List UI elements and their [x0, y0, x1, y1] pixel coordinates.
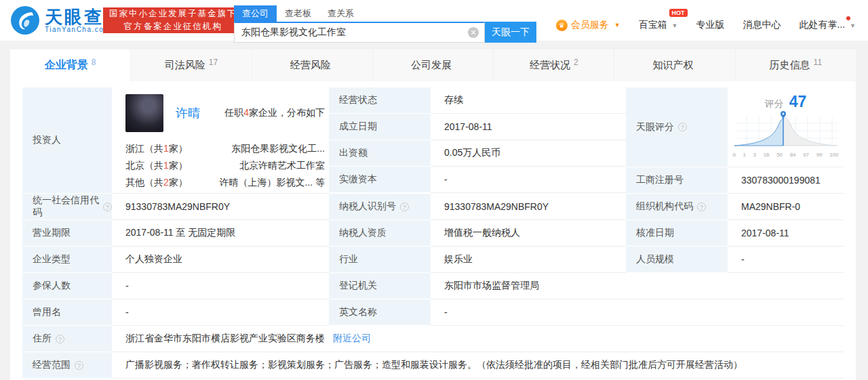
nav-message-center[interactable]: 消息中心	[743, 19, 781, 31]
nav-member-label: 会员服务	[571, 19, 609, 31]
region-text: 其他（共2家）	[125, 174, 188, 191]
search-button[interactable]: 天眼一下	[485, 22, 536, 43]
company-link[interactable]: 北京许晴艺术工作室	[239, 157, 325, 174]
field-value-industry: 娱乐业	[431, 247, 626, 273]
help-icon[interactable]: ?	[678, 123, 687, 131]
tab-company-background[interactable]: 企业背景 8	[10, 49, 131, 81]
tab-count: 11	[814, 58, 822, 67]
tab-label: 公司发展	[411, 59, 452, 72]
search-type-tabs: 查公司 查老板 查关系	[234, 5, 536, 22]
search-tab-relation[interactable]: 查关系	[319, 5, 362, 22]
investor-cell: 许晴 任职4家企业，分布如下 浙江（共1家） 东阳仓果影视文化工... 北京（共…	[112, 87, 329, 194]
field-value-org-code: MA29NBFR-0	[728, 194, 844, 220]
chevron-down-icon: ▼	[614, 22, 620, 28]
field-label-registration-number: 工商注册号	[626, 167, 728, 194]
investor-name-link[interactable]: 许晴	[176, 105, 200, 121]
investor-avatar[interactable]	[125, 94, 163, 132]
field-label-taxpayer-id: 纳税人识别号?	[329, 194, 431, 220]
search-tab-company[interactable]: 查公司	[234, 5, 277, 22]
field-value-former-name: -	[112, 299, 329, 326]
help-icon[interactable]: ?	[75, 361, 83, 370]
field-label-business-term: 营业期限	[22, 220, 112, 247]
field-label-org-code: 组织机构代码?	[626, 194, 728, 220]
chevron-down-icon: ▼	[850, 22, 856, 29]
field-label-establish-date: 成立日期	[329, 114, 431, 140]
help-icon[interactable]: ?	[400, 203, 409, 211]
section-tabbar: 企业背景 8 司法风险 17 经营风险 公司发展 经营状况 2 知识产权 历史信…	[10, 49, 856, 81]
tab-company-development[interactable]: 公司发展	[373, 49, 494, 81]
nav-member-services[interactable]: ♛ 会员服务 ▼	[556, 19, 620, 31]
field-label-address: 住所?	[22, 326, 112, 352]
nav-toolbox[interactable]: HOT 百宝箱 ▼	[639, 19, 678, 31]
tab-count: 2	[574, 58, 578, 67]
field-value-address: 浙江省金华市东阳市横店影视产业实验区商务楼 附近公司	[112, 326, 844, 352]
score-distribution-curve	[732, 111, 840, 152]
chevron-down-icon: ▼	[672, 22, 678, 29]
field-value-business-term: 2017-08-11 至 无固定期限	[112, 220, 329, 247]
hot-badge: HOT	[669, 9, 688, 17]
tab-label: 知识产权	[653, 59, 694, 72]
score-axis-ticks: 013 165084 9799100	[733, 152, 839, 158]
tab-judicial-risk[interactable]: 司法风险 17	[131, 49, 252, 81]
tab-operation-risk[interactable]: 经营风险	[252, 49, 373, 81]
tianyancha-logo[interactable]: 天眼查 TianYanCha.com	[11, 6, 111, 35]
nav-palm-app[interactable]: 此处有掌... ▼	[800, 19, 856, 31]
gov-badge-line1: 国家中小企业发展子基金旗下	[109, 7, 237, 20]
field-value-paid-capital: -	[431, 167, 626, 193]
tab-operation-status[interactable]: 经营状况 2	[494, 49, 614, 81]
field-value-credit-code: 91330783MA29NBFR0Y	[112, 194, 329, 220]
tab-history-info[interactable]: 历史信息 11	[736, 49, 856, 81]
field-value-establish-date: 2017-08-11	[431, 114, 626, 140]
field-value-registration-authority: 东阳市市场监督管理局	[431, 273, 844, 299]
help-icon[interactable]: ?	[697, 203, 706, 211]
company-detail-card: 企业背景 8 司法风险 17 经营风险 公司发展 经营状况 2 知识产权 历史信…	[10, 49, 856, 380]
nav-toolbox-label: 百宝箱	[639, 19, 667, 30]
top-header: 天眼查 TianYanCha.com 国家中小企业发展子基金旗下 官方备案企业征…	[0, 0, 868, 41]
nearby-companies-link[interactable]: 附近公司	[333, 333, 371, 345]
clear-search-icon[interactable]: ✕	[468, 27, 479, 38]
tab-count: 8	[92, 58, 96, 67]
company-link[interactable]: 东阳仓果影视文化工...	[231, 140, 325, 157]
field-label-english-name: 英文名称	[329, 299, 431, 326]
vip-crown-icon: ♛	[556, 20, 568, 31]
field-value-taxpayer-id: 91330783MA29NBFR0Y	[431, 194, 626, 220]
tab-label: 企业背景	[45, 58, 88, 72]
list-item: 北京（共1家） 北京许晴艺术工作室	[125, 157, 325, 174]
tab-intellectual-property[interactable]: 知识产权	[614, 49, 735, 81]
field-value-staff-size: -	[728, 247, 844, 273]
tab-label: 经营风险	[290, 59, 331, 72]
help-icon[interactable]: ?	[56, 335, 64, 343]
investor-summary: 任职4家企业，分布如下	[224, 107, 325, 119]
help-icon[interactable]: ?	[103, 203, 112, 211]
tab-label: 司法风险	[165, 59, 205, 72]
field-value-operating-status: 存续	[431, 87, 626, 114]
score-value: 47	[789, 93, 807, 110]
field-label-staff-size: 人员规模	[626, 247, 728, 273]
field-label-contribution: 出资额	[329, 140, 431, 167]
field-value-english-name: -	[431, 299, 844, 326]
investor-company-list: 浙江（共1家） 东阳仓果影视文化工... 北京（共1家） 北京许晴艺术工作室 其…	[125, 140, 325, 191]
tianyancha-logo-icon	[11, 6, 39, 35]
region-text: 北京（共1家）	[125, 157, 188, 174]
tab-label: 历史信息	[770, 59, 810, 72]
list-item: 浙江（共1家） 东阳仓果影视文化工...	[125, 140, 325, 157]
field-value-taxpayer-qualification: 增值税一般纳税人	[431, 220, 626, 247]
tab-label: 经营状况	[530, 59, 570, 72]
field-label-industry: 行业	[329, 247, 431, 273]
field-label-former-name: 曾用名	[22, 299, 112, 326]
list-item: 其他（共2家） 许晴（上海）影视文... 等	[125, 174, 325, 191]
search-input[interactable]	[234, 22, 485, 43]
gov-badge-line2: 官方备案企业征信机构	[109, 20, 237, 33]
nav-pro-version[interactable]: 专业版	[696, 19, 725, 31]
field-value-insured-count: -	[112, 273, 329, 299]
field-label-taxpayer-qualification: 纳税人资质	[329, 220, 431, 247]
company-link[interactable]: 许晴（上海）影视文... 等	[219, 174, 325, 191]
field-label-paid-capital: 实缴资本	[329, 167, 431, 193]
tab-count: 17	[209, 58, 218, 67]
gov-certification-badge: 国家中小企业发展子基金旗下 官方备案企业征信机构	[103, 7, 243, 33]
address-text: 浙江省金华市东阳市横店影视产业实验区商务楼	[125, 333, 325, 345]
field-label-investor: 投资人	[22, 87, 112, 194]
region-text: 浙江（共1家）	[125, 140, 188, 157]
search-tab-boss[interactable]: 查老板	[277, 5, 319, 22]
field-value-company-type: 个人独资企业	[112, 247, 329, 273]
